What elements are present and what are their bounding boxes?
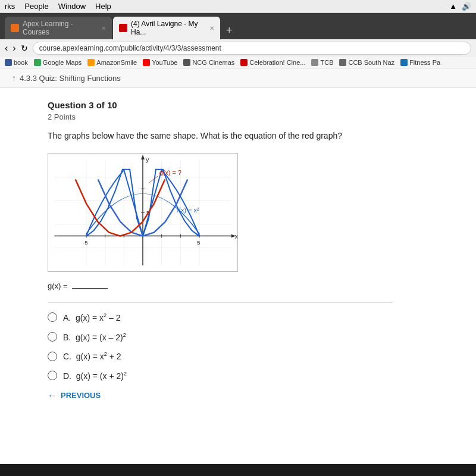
- answer-label-c: C. g(x) = x2 + 2: [63, 351, 121, 361]
- menu-item-help[interactable]: Help: [95, 2, 111, 11]
- svg-text:g(x) = ?: g(x) = ?: [159, 169, 181, 176]
- question-points: 2 Points: [48, 112, 393, 121]
- question-number: Question 3 of 10: [48, 100, 393, 110]
- answer-label-b: B. g(x) = (x – 2)2: [63, 332, 126, 342]
- answer-divider: [48, 302, 393, 303]
- bookmark-label-tcb: TCB: [320, 59, 333, 66]
- bookmark-label-googlemaps: Google Maps: [43, 59, 82, 66]
- svg-text:5: 5: [197, 239, 201, 246]
- previous-button[interactable]: ← PREVIOUS: [48, 390, 393, 401]
- reload-button[interactable]: ↻: [21, 43, 28, 53]
- bookmark-googlemaps[interactable]: Google Maps: [34, 59, 82, 66]
- bookmark-label-celebration: Celebration! Cine...: [249, 59, 305, 66]
- tab-label-avril: (4) Avril Lavigne - My Ha...: [131, 20, 203, 36]
- tab-label-apex: Apex Learning - Courses: [23, 20, 95, 36]
- answer-choice-a[interactable]: A. g(x) = x2 – 2: [48, 312, 393, 322]
- tab-favicon-apex: [11, 24, 19, 32]
- page-content: ↑ 4.3.3 Quiz: Shifting Functions Questio…: [0, 68, 476, 464]
- forward-button[interactable]: ›: [12, 43, 15, 54]
- new-tab-button[interactable]: +: [221, 24, 237, 39]
- bookmark-label-ncg: NCG Cinemas: [192, 59, 234, 66]
- bookmark-icon-amazon: [87, 59, 95, 66]
- menu-item-people[interactable]: People: [24, 2, 48, 11]
- bookmark-label-facebook: book: [14, 59, 28, 66]
- answer-choice-b[interactable]: B. g(x) = (x – 2)2: [48, 332, 393, 342]
- menubar: rks People Window Help ▲ 🔊: [0, 0, 476, 13]
- address-bar[interactable]: course.apexlearning.com/public/activity/…: [33, 42, 471, 55]
- answer-label-a: A. g(x) = x2 – 2: [63, 312, 120, 322]
- answer-label-d: D. g(x) = (x + 2)2: [63, 371, 127, 381]
- tab-close-apex[interactable]: ✕: [101, 25, 106, 32]
- bookmark-icon-ccb: [339, 59, 346, 66]
- graph-container: x y -5 5: [48, 153, 238, 272]
- bookmark-youtube[interactable]: YouTube: [143, 59, 177, 66]
- bookmark-icon-tcb: [311, 59, 318, 66]
- bookmark-amazon[interactable]: AmazonSmile: [87, 59, 137, 66]
- radio-d[interactable]: [48, 371, 57, 380]
- bookmark-label-youtube: YouTube: [152, 59, 177, 66]
- svg-text:f(x) = x²: f(x) = x²: [177, 206, 199, 214]
- tab-avril[interactable]: (4) Avril Lavigne - My Ha... ✕: [113, 17, 220, 39]
- tabs-row: Apex Learning - Courses ✕ (4) Avril Lavi…: [5, 17, 471, 39]
- svg-text:-5: -5: [83, 239, 88, 246]
- bookmark-icon-googlemaps: [34, 59, 41, 66]
- answer-choice-d[interactable]: D. g(x) = (x + 2)2: [48, 371, 393, 381]
- radio-b[interactable]: [48, 332, 57, 342]
- bookmark-label-amazon: AmazonSmile: [96, 59, 137, 66]
- gx-equation-label: g(x) =: [48, 281, 393, 290]
- radio-c[interactable]: [48, 352, 57, 361]
- svg-text:y: y: [146, 156, 149, 163]
- gx-blank: [72, 288, 108, 289]
- bookmark-icon-fitness: [400, 59, 408, 66]
- quiz-nav-arrow: ↑: [12, 73, 16, 83]
- quiz-body: Question 3 of 10 2 Points The graphs bel…: [0, 88, 416, 413]
- bookmark-icon-celebration: [240, 59, 248, 66]
- graph-svg: x y -5 5: [48, 154, 237, 271]
- address-bar-row: ‹ › ↻ course.apexlearning.com/public/act…: [0, 39, 476, 57]
- tab-apex[interactable]: Apex Learning - Courses ✕: [5, 17, 112, 39]
- answer-choice-c[interactable]: C. g(x) = x2 + 2: [48, 351, 393, 361]
- bookmark-icon-facebook: [5, 59, 12, 66]
- back-button[interactable]: ‹: [5, 43, 8, 54]
- browser-chrome: Apex Learning - Courses ✕ (4) Avril Lavi…: [0, 13, 476, 39]
- dropbox-icon: ▲: [449, 2, 457, 11]
- tab-close-avril[interactable]: ✕: [209, 25, 214, 32]
- bookmarks-bar: book Google Maps AmazonSmile YouTube NCG…: [0, 57, 476, 68]
- question-text: The graphs below have the same shape. Wh…: [48, 130, 393, 142]
- bookmark-ncg[interactable]: NCG Cinemas: [183, 59, 234, 66]
- bookmark-tcb[interactable]: TCB: [311, 59, 333, 66]
- bookmark-ccb[interactable]: CCB South Naz: [339, 59, 394, 66]
- menu-item-rks[interactable]: rks: [5, 2, 15, 11]
- quiz-header: ↑ 4.3.3 Quiz: Shifting Functions: [0, 68, 476, 88]
- bookmark-celebration[interactable]: Celebration! Cine...: [240, 59, 305, 66]
- bookmark-facebook[interactable]: book: [5, 59, 28, 66]
- bookmark-label-fitness: Fitness Pa: [409, 59, 440, 66]
- menu-item-window[interactable]: Window: [58, 2, 86, 11]
- radio-a[interactable]: [48, 312, 57, 322]
- quiz-breadcrumb: 4.3.3 Quiz: Shifting Functions: [20, 74, 121, 83]
- bookmark-label-ccb: CCB South Naz: [348, 59, 394, 66]
- prev-button-label: PREVIOUS: [61, 391, 101, 400]
- bookmark-icon-ncg: [183, 59, 190, 66]
- volume-icon: 🔊: [462, 2, 471, 11]
- bookmark-icon-youtube: [143, 59, 150, 66]
- prev-arrow-icon: ←: [48, 390, 57, 401]
- tab-favicon-avril: [119, 24, 127, 32]
- svg-text:x: x: [234, 233, 237, 240]
- bookmark-fitness[interactable]: Fitness Pa: [400, 59, 440, 66]
